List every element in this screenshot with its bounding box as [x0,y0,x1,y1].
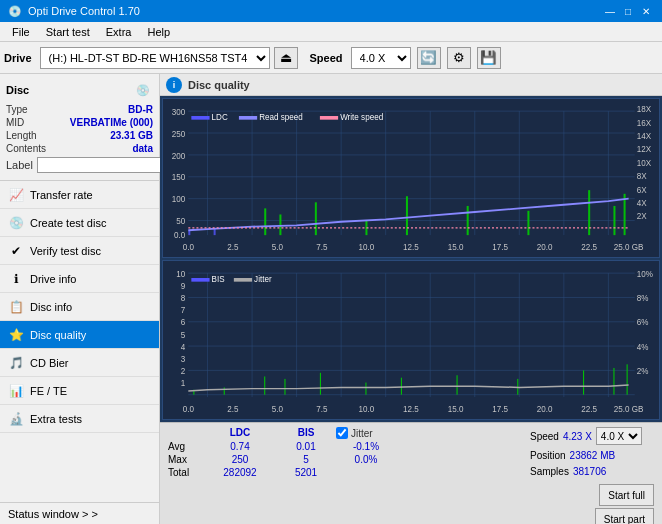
disc-mid-value: VERBATIMe (000) [70,117,153,128]
svg-text:200: 200 [172,150,186,161]
nav-label-extra-tests: Extra tests [30,413,82,425]
svg-rect-120 [234,278,252,282]
nav-item-fe-te[interactable]: 📊 FE / TE [0,377,159,405]
chart1-container: 300 250 200 150 100 50 0.0 18X 16X 14X 1… [162,98,660,258]
svg-rect-82 [264,376,265,394]
svg-text:2.5: 2.5 [227,241,238,252]
cd-bier-icon: 🎵 [8,355,24,371]
config-button[interactable]: ⚙ [447,47,471,69]
nav-item-drive-info[interactable]: ℹ Drive info [0,265,159,293]
nav-item-verify-test-disc[interactable]: ✔ Verify test disc [0,237,159,265]
svg-rect-61 [320,116,338,120]
svg-text:Write speed: Write speed [340,111,383,122]
app-title: Opti Drive Control 1.70 [28,5,140,17]
svg-text:50: 50 [176,215,185,226]
status-window-label: Status window > > [8,508,98,520]
svg-text:8: 8 [181,292,186,303]
menubar: File Start test Extra Help [0,22,662,42]
nav-item-disc-quality[interactable]: ⭐ Disc quality [0,321,159,349]
menu-help[interactable]: Help [139,24,178,40]
right-content: i Disc quality [160,74,662,524]
disc-panel: Disc 💿 Type BD-R MID VERBATIMe (000) Len… [0,74,159,181]
close-button[interactable]: ✕ [638,4,654,18]
disc-quality-header: i Disc quality [160,74,662,96]
minimize-button[interactable]: — [602,4,618,18]
svg-text:100: 100 [172,194,186,205]
svg-text:7: 7 [181,305,186,316]
speed-select-stat[interactable]: 4.0 X [596,427,642,445]
menu-file[interactable]: File [4,24,38,40]
main-content: Disc 💿 Type BD-R MID VERBATIMe (000) Len… [0,74,662,524]
stats-avg-bis: 0.01 [276,441,336,452]
disc-type-value: BD-R [128,104,153,115]
nav-label-fe-te: FE / TE [30,385,67,397]
stats-header-jitter: Jitter [351,428,373,439]
svg-rect-0 [163,99,659,257]
menu-extra[interactable]: Extra [98,24,140,40]
stats-total-label: Total [168,467,204,478]
svg-text:5.0: 5.0 [272,241,283,252]
fe-te-icon: 📊 [8,383,24,399]
stats-avg-label: Avg [168,441,204,452]
stats-header-bis: BIS [276,427,336,439]
drive-info-icon: ℹ [8,271,24,287]
nav-label-disc-info: Disc info [30,301,72,313]
svg-text:8%: 8% [637,292,649,303]
svg-text:10.0: 10.0 [359,403,375,414]
nav-label-create-test-disc: Create test disc [30,217,106,229]
drive-select[interactable]: (H:) HL-DT-ST BD-RE WH16NS58 TST4 [40,47,270,69]
chart1-svg: 300 250 200 150 100 50 0.0 18X 16X 14X 1… [163,99,659,257]
disc-mid-row: MID VERBATIMe (000) [6,117,153,128]
app-icon: 💿 [8,5,22,18]
speed-select[interactable]: 4.0 X [351,47,411,69]
disc-quality-icon-header: i [166,77,182,93]
svg-text:16X: 16X [637,117,651,128]
nav-item-transfer-rate[interactable]: 📈 Transfer rate [0,181,159,209]
menu-start-test[interactable]: Start test [38,24,98,40]
samples-row: Samples 381706 [530,466,654,477]
start-part-button[interactable]: Start part [595,508,654,524]
svg-text:6: 6 [181,317,186,328]
svg-text:22.5: 22.5 [581,241,597,252]
stats-table: LDC BIS Jitter Avg 0.74 0.01 -0.1% [160,423,522,524]
nav-item-cd-bier[interactable]: 🎵 CD Bier [0,349,159,377]
nav-label-verify-test-disc: Verify test disc [30,245,101,257]
stats-main: LDC BIS Jitter Avg 0.74 0.01 -0.1% [160,423,662,524]
transfer-rate-icon: 📈 [8,187,24,203]
svg-rect-63 [163,261,659,419]
disc-length-value: 23.31 GB [110,130,153,141]
nav-label-transfer-rate: Transfer rate [30,189,93,201]
svg-text:2%: 2% [637,365,649,376]
nav-label-disc-quality: Disc quality [30,329,86,341]
refresh-button[interactable]: 🔄 [417,47,441,69]
svg-text:12.5: 12.5 [403,403,419,414]
svg-text:LDC: LDC [212,111,229,122]
svg-text:22.5: 22.5 [581,403,597,414]
disc-title: Disc [6,84,29,96]
svg-text:17.5: 17.5 [492,403,508,414]
disc-contents-label: Contents [6,143,46,154]
svg-text:12.5: 12.5 [403,241,419,252]
svg-text:12X: 12X [637,144,651,155]
svg-rect-85 [365,383,366,395]
jitter-checkbox[interactable] [336,427,348,439]
svg-text:1: 1 [181,377,186,388]
eject-button[interactable]: ⏏ [274,47,298,69]
speed-value-stat: 4.23 X [563,431,592,442]
titlebar-title: 💿 Opti Drive Control 1.70 [8,5,140,18]
nav-item-create-test-disc[interactable]: 💿 Create test disc [0,209,159,237]
disc-label-input[interactable] [37,157,170,173]
svg-rect-20 [279,214,281,235]
stats-header-ldc: LDC [204,427,276,439]
svg-rect-118 [191,278,209,282]
status-window-button[interactable]: Status window > > [0,502,159,524]
bottom-area: LDC BIS Jitter Avg 0.74 0.01 -0.1% [160,422,662,524]
start-full-button[interactable]: Start full [599,484,654,506]
save-button[interactable]: 💾 [477,47,501,69]
maximize-button[interactable]: □ [620,4,636,18]
svg-text:15.0: 15.0 [448,403,464,414]
nav-item-extra-tests[interactable]: 🔬 Extra tests [0,405,159,433]
titlebar-controls: — □ ✕ [602,4,654,18]
nav-item-disc-info[interactable]: 📋 Disc info [0,293,159,321]
svg-rect-90 [613,368,614,395]
